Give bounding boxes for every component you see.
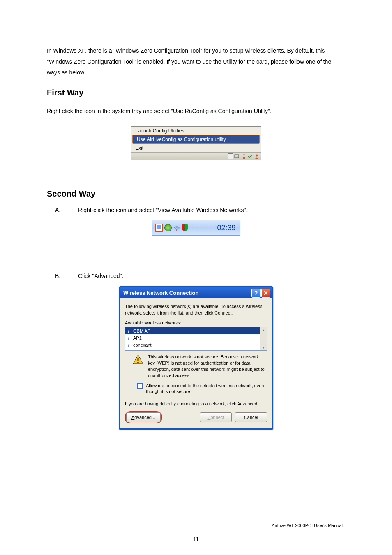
- dialog-description: The following wireless network(s) are av…: [125, 303, 267, 316]
- ctxmenu-item-use-airlive: Use AirLiveConfig as Configuration utili…: [132, 135, 260, 144]
- scrollbar: ▴ ▾: [260, 327, 267, 350]
- monitor-icon: [155, 224, 163, 232]
- allow-connect-checkbox: [137, 383, 143, 388]
- connect-button: Connect: [200, 412, 232, 422]
- second-way-heading: Second Way: [47, 189, 345, 199]
- wifi-icon: A: [173, 224, 180, 231]
- scroll-up-icon: ▴: [261, 327, 266, 333]
- available-networks-label: Available wireless networks:: [125, 320, 267, 325]
- person-icon: [254, 153, 260, 159]
- info-icon: i: [127, 342, 131, 347]
- globe-icon: [164, 224, 172, 231]
- tablet-icon: [234, 153, 240, 159]
- network-item-ap1: i AP1: [125, 334, 267, 341]
- airlive-tray-icon: [241, 153, 247, 159]
- first-way-text: Right click the icon in the system tray …: [47, 106, 345, 117]
- info-icon: i: [127, 335, 131, 340]
- svg-rect-0: [235, 155, 239, 158]
- dialog-title-text: Wireless Network Connection: [123, 290, 198, 296]
- system-tray-screenshot: A 02:39: [152, 220, 240, 236]
- svg-text:A: A: [175, 229, 178, 231]
- check-icon: [247, 153, 253, 159]
- allow-connect-label: Allow me to connect to the selected wire…: [146, 383, 265, 395]
- advanced-button-highlight: Advanced...: [125, 411, 162, 423]
- step-a-text: Right-click the icon and select "View Av…: [78, 207, 247, 213]
- tray-icon-strip: [131, 152, 261, 160]
- keyboard-icon: [228, 153, 233, 159]
- ctxmenu-item-exit: Exit: [131, 144, 261, 152]
- wireless-dialog-screenshot: Wireless Network Connection ? ✕ The foll…: [119, 286, 273, 430]
- scroll-down-icon: ▾: [261, 345, 266, 350]
- ctxmenu-item-launch: Launch Config Utilities: [131, 127, 261, 135]
- troubleshoot-text: If you are having difficulty connecting …: [125, 401, 267, 406]
- context-menu-screenshot: Launch Config Utilities Use AirLiveConfi…: [131, 126, 261, 160]
- close-button: ✕: [261, 289, 270, 298]
- page-number: 11: [0, 536, 392, 543]
- svg-point-8: [137, 362, 138, 363]
- step-b-letter: B.: [55, 273, 78, 279]
- footer-text: AirLive WT-2000PCI User's Manual: [272, 523, 343, 528]
- network-listbox: i OBM AP i AP1 i conexant ▴ ▾: [125, 327, 267, 351]
- step-a-letter: A.: [55, 207, 78, 213]
- network-item-conexant: i conexant: [125, 341, 267, 348]
- svg-rect-7: [138, 358, 139, 361]
- warning-icon: [132, 354, 144, 365]
- intro-text: In Windows XP, there is a "Windows Zero …: [47, 45, 345, 78]
- svg-point-4: [256, 155, 258, 157]
- help-button: ?: [251, 289, 261, 298]
- svg-rect-2: [243, 157, 245, 159]
- step-b-text: Click "Advanced".: [78, 273, 123, 279]
- systray-clock: 02:39: [217, 224, 235, 232]
- first-way-heading: First Way: [47, 88, 345, 97]
- shield-icon: [182, 224, 188, 231]
- warning-text: This wireless network is not secure. Bec…: [148, 354, 265, 378]
- info-icon: i: [127, 328, 131, 333]
- advanced-button: Advanced...: [126, 412, 161, 422]
- network-item-obm-ap: i OBM AP: [125, 327, 267, 334]
- cancel-button: Cancel: [235, 412, 267, 422]
- dialog-titlebar: Wireless Network Connection ? ✕: [120, 287, 272, 298]
